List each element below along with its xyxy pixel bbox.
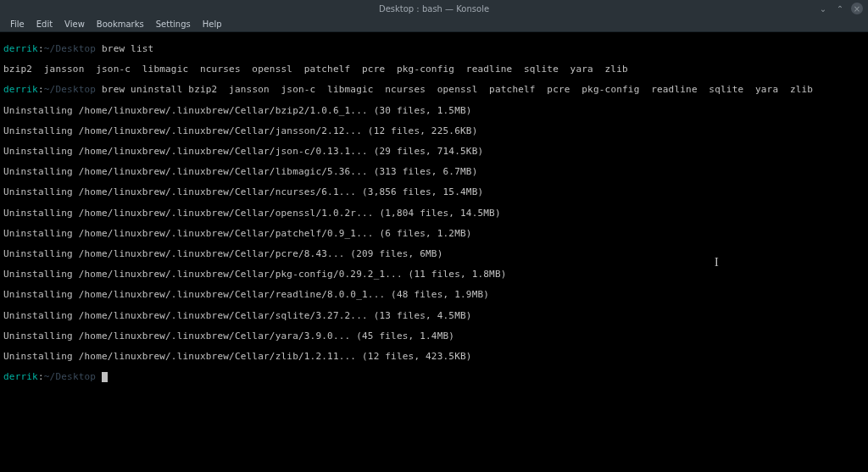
prompt-sep: :: [38, 371, 44, 382]
command-text: brew uninstall bzip2 jansson json-c libm…: [96, 84, 813, 95]
menu-view[interactable]: View: [59, 18, 90, 31]
menu-help[interactable]: Help: [198, 18, 227, 31]
terminal-cursor: [102, 372, 108, 382]
output-line: Uninstalling /home/linuxbrew/.linuxbrew/…: [3, 352, 865, 362]
window-controls: ⌄ ⌃ ×: [817, 3, 863, 14]
menu-settings[interactable]: Settings: [151, 18, 196, 31]
command-text: brew list: [96, 43, 153, 54]
output-line: Uninstalling /home/linuxbrew/.linuxbrew/…: [3, 167, 865, 177]
prompt-path: ~/Desktop: [44, 43, 96, 54]
output-line: Uninstalling /home/linuxbrew/.linuxbrew/…: [3, 269, 865, 280]
output-line: Uninstalling /home/linuxbrew/.linuxbrew/…: [3, 290, 865, 300]
menu-edit[interactable]: Edit: [31, 18, 58, 31]
minimize-icon[interactable]: ⌄: [817, 3, 829, 14]
prompt-user: derrik: [3, 84, 38, 95]
output-line: Uninstalling /home/linuxbrew/.linuxbrew/…: [3, 311, 865, 321]
output-line: Uninstalling /home/linuxbrew/.linuxbrew/…: [3, 126, 865, 136]
menu-file[interactable]: File: [5, 18, 30, 31]
terminal-area[interactable]: derrik:~/Desktop brew list bzip2 jansson…: [0, 32, 868, 394]
close-icon[interactable]: ×: [851, 3, 863, 14]
output-line: Uninstalling /home/linuxbrew/.linuxbrew/…: [3, 106, 865, 116]
prompt-path: ~/Desktop: [44, 84, 96, 95]
prompt-path: ~/Desktop: [44, 371, 96, 382]
prompt-user: derrik: [3, 43, 38, 54]
menubar: File Edit View Bookmarks Settings Help: [0, 17, 868, 32]
output-line: Uninstalling /home/linuxbrew/.linuxbrew/…: [3, 229, 865, 239]
output-line: Uninstalling /home/linuxbrew/.linuxbrew/…: [3, 208, 865, 219]
output-line: Uninstalling /home/linuxbrew/.linuxbrew/…: [3, 249, 865, 259]
output-line: Uninstalling /home/linuxbrew/.linuxbrew/…: [3, 331, 865, 342]
prompt-user: derrik: [3, 371, 38, 382]
window-title: Desktop : bash — Konsole: [379, 4, 489, 14]
terminal-line: derrik:~/Desktop: [3, 372, 865, 382]
terminal-line: derrik:~/Desktop brew list: [3, 44, 865, 54]
output-line: Uninstalling /home/linuxbrew/.linuxbrew/…: [3, 187, 865, 197]
text-cursor-icon: I: [715, 256, 719, 269]
command-empty: [96, 371, 102, 382]
output-list: bzip2 jansson json-c libmagic ncurses op…: [3, 64, 865, 75]
terminal-line: derrik:~/Desktop brew uninstall bzip2 ja…: [3, 85, 865, 95]
window-titlebar: Desktop : bash — Konsole ⌄ ⌃ ×: [0, 0, 868, 17]
prompt-sep: :: [38, 43, 44, 54]
menu-bookmarks[interactable]: Bookmarks: [92, 18, 149, 31]
prompt-sep: :: [38, 84, 44, 95]
output-line: Uninstalling /home/linuxbrew/.linuxbrew/…: [3, 147, 865, 157]
maximize-icon[interactable]: ⌃: [834, 3, 846, 14]
